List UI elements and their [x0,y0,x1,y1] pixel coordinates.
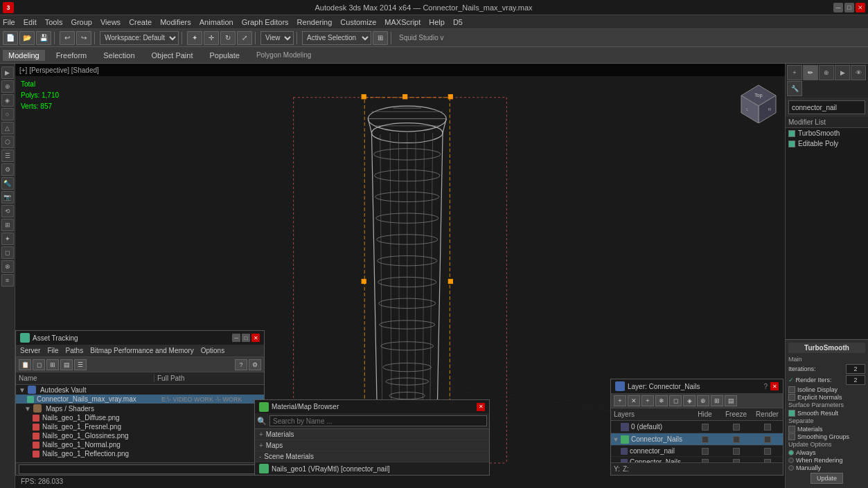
lw-btn-6[interactable]: ⊕ [697,395,709,406]
always-radio[interactable] [788,450,794,455]
left-icon-10[interactable]: 📷 [1,191,14,204]
lw-sub-connector-nail[interactable]: connector_nail [611,446,783,457]
lw-btn-render[interactable]: ◻ [669,395,682,406]
tab-object-paint[interactable]: Object Paint [146,50,199,61]
lw-content[interactable]: 0 (default) ▼ Connector_Nails connector_… [611,421,783,462]
at-btn-1[interactable]: 📋 [19,359,31,370]
explicit-normals-checkbox[interactable] [788,394,795,401]
left-icon-13[interactable]: ✦ [1,233,14,245]
at-file-glossines[interactable]: Nails_geo_1_Glossines.png [16,431,264,440]
lw-layer-0-hide[interactable] [689,424,720,431]
menu-rendering[interactable]: Rendering [297,18,333,26]
menu-group[interactable]: Group [71,18,92,26]
iterations-input[interactable] [846,364,865,374]
menu-edit[interactable]: Edit [24,18,37,26]
left-icon-5[interactable]: △ [1,122,14,134]
menu-maxscript[interactable]: MAXScript [384,18,420,26]
left-icon-2[interactable]: ⊕ [1,80,14,93]
modifier-editable-poly[interactable]: Editable Poly [786,138,868,149]
menu-help[interactable]: Help [429,18,445,26]
lw-layer-0[interactable]: 0 (default) [611,421,783,433]
at-menu-server[interactable]: Server [20,347,40,354]
select-button[interactable]: ✦ [187,31,202,45]
at-btn-2[interactable]: ◻ [33,359,45,370]
menu-customize[interactable]: Customize [340,18,376,26]
left-icon-1[interactable]: ▶ [1,66,14,79]
close-button[interactable]: ✕ [856,3,865,12]
view-select[interactable]: View [260,31,294,45]
at-btn-help[interactable]: ? [235,359,247,370]
lw-connector-freeze-check[interactable] [733,436,740,443]
scale-button[interactable]: ⤢ [237,31,252,45]
tab-modeling[interactable]: Modeling [3,50,45,61]
rp-tab-motion[interactable]: ▶ [835,65,850,80]
rp-tab-create[interactable]: + [787,65,802,80]
rotate-button[interactable]: ↻ [220,31,236,45]
at-file-normal[interactable]: Nails_geo_1_Normal.png [16,440,264,449]
object-name-input[interactable] [792,104,862,111]
at-file-diffuse[interactable]: Nails_geo_1_Diffuse.png [16,413,264,422]
at-file-max[interactable]: Connector_Nails_max_vray.max E:\- VIDEO … [16,395,264,404]
lw-connector-hide-check[interactable] [702,436,709,443]
rp-tab-modify[interactable]: ✏ [803,65,818,80]
left-icon-3[interactable]: ◈ [1,94,14,107]
smoothing-groups-checkbox[interactable] [788,433,795,440]
smooth-result-checkbox[interactable] [788,410,795,417]
redo-button[interactable]: ↪ [76,31,91,45]
mb-materials-section[interactable]: + Materials [255,429,489,440]
at-menu-paths[interactable]: Paths [66,347,84,354]
minimize-button[interactable]: ─ [833,3,843,12]
menu-animation[interactable]: Animation [200,18,233,26]
named-selection-button[interactable]: ⊞ [373,31,388,45]
when-rendering-radio[interactable] [788,458,794,463]
left-icon-15[interactable]: ⊗ [1,260,14,273]
at-status-input[interactable] [19,464,261,474]
left-icon-14[interactable]: ◻ [1,246,14,259]
lw-btn-add[interactable]: + [614,395,626,406]
lw-sub-render[interactable] [752,448,783,455]
lw-layer-0-hide-check[interactable] [702,424,709,431]
at-content[interactable]: ▼ Autodesk Vault Connector_Nails_max_vra… [16,385,264,462]
lw-btn-7[interactable]: ⊞ [711,395,723,406]
undo-button[interactable]: ↩ [60,31,75,45]
tab-freeform[interactable]: Freeform [51,50,93,61]
lw-connector-freeze[interactable] [720,436,752,443]
left-icon-9[interactable]: 🔦 [1,177,14,190]
mb-maps-section[interactable]: + Maps [255,440,489,451]
modifier-list[interactable]: TurboSmooth Editable Poly [786,128,868,339]
menu-create[interactable]: Create [129,18,152,26]
at-btn-settings[interactable]: ⚙ [249,359,261,370]
mb-close-button[interactable]: ✕ [477,403,485,411]
at-file-fresnel[interactable]: Nails_geo_1_Fresnel.png [16,422,264,431]
tab-populate[interactable]: Populate [204,50,245,61]
at-file-reflection[interactable]: Nails_geo_1_Reflection.png [16,449,264,458]
lw-btn-5[interactable]: ◈ [683,395,696,406]
manually-radio[interactable] [788,465,794,471]
left-icon-16[interactable]: ≡ [1,274,14,287]
lw-btn-8[interactable]: ▤ [725,395,737,406]
menu-tools[interactable]: Tools [45,18,63,26]
modifier-turbosmooth-checkbox[interactable] [788,130,795,137]
menu-views[interactable]: Views [100,18,121,26]
workspace-select[interactable]: Workspace: Default [100,31,179,45]
update-button[interactable]: Update [811,473,843,484]
lw-layer-0-freeze-check[interactable] [733,424,740,431]
lw-close-button[interactable]: ✕ [770,382,779,390]
at-btn-5[interactable]: ☰ [74,359,87,370]
at-menu-file[interactable]: File [47,347,58,354]
mb-result-item[interactable]: Nails_geo1 (VRayMtl) [connector_nail] [255,462,489,475]
lw-sub-connector-nails[interactable]: Connector_Nails [611,457,783,462]
lw-connector-render-check[interactable] [764,436,771,443]
nav-cube[interactable]: Top R L [738,82,779,123]
menu-modifiers[interactable]: Modifiers [160,18,191,26]
lw-btn-freeze[interactable]: ❄ [655,395,668,406]
lw-layer-0-expand[interactable] [611,421,621,433]
menu-file[interactable]: File [3,18,15,26]
modifier-editable-poly-checkbox[interactable] [788,141,795,147]
lw-sub-hide[interactable] [689,448,720,455]
rp-tab-hierarchy[interactable]: ⊕ [819,65,834,80]
menu-d5[interactable]: D5 [453,18,463,26]
at-close-button[interactable]: ✕ [251,334,260,342]
left-icon-11[interactable]: ⟲ [1,205,14,217]
mb-search-input[interactable] [269,415,487,426]
